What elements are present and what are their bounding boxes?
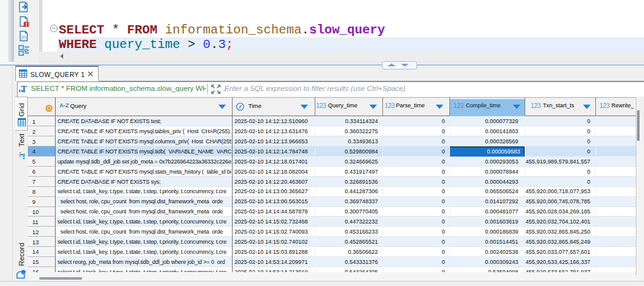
- svg-text:T: T: [18, 152, 27, 157]
- svg-text:...: ...: [22, 270, 25, 274]
- svg-text:T: T: [21, 85, 27, 94]
- svg-text:(x): (x): [21, 35, 27, 40]
